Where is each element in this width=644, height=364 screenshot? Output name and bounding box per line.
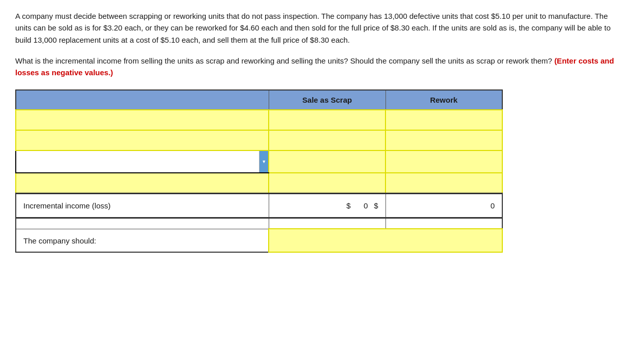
row2-label (16, 130, 269, 150)
sep-col1 (16, 218, 269, 229)
should-answer-cell[interactable] (269, 229, 502, 252)
table-row (16, 110, 502, 130)
scrap-value: 0 (352, 201, 368, 210)
row2-label-input[interactable] (20, 133, 264, 148)
rework-value: 0 (479, 201, 495, 210)
income-rework-cell: 0 (385, 193, 502, 218)
sep-col3 (385, 218, 502, 229)
header-col3: Rework (385, 90, 502, 110)
row1-label-input[interactable] (20, 112, 264, 128)
header-col2: Sale as Scrap (269, 90, 385, 110)
company-should-row: The company should: (16, 229, 502, 252)
separator-row (16, 218, 502, 229)
dropdown-arrow-icon[interactable] (259, 151, 268, 172)
row3-label-cell (16, 150, 269, 173)
should-label: The company should: (16, 229, 269, 252)
row3-scrap-input[interactable] (269, 153, 385, 170)
row2-rework (385, 130, 502, 150)
income-row: Incremental income (loss) $ 0 $ 0 (16, 193, 502, 218)
row1-rework-input[interactable] (390, 112, 498, 128)
rework-dollar: $ (374, 201, 378, 210)
income-scrap-cell: $ 0 $ (269, 193, 385, 218)
table-container: Sale as Scrap Rework (15, 89, 503, 253)
table-row (16, 130, 502, 150)
row4-label-input[interactable] (20, 175, 264, 191)
header-col1 (16, 90, 269, 110)
row4-scrap-input[interactable] (273, 175, 381, 191)
table-row (16, 150, 502, 173)
income-label: Incremental income (loss) (16, 193, 269, 218)
sep-col2 (269, 218, 385, 229)
question-part1: What is the incremental income from sell… (15, 56, 552, 65)
row3-scrap (269, 150, 385, 173)
analysis-table: Sale as Scrap Rework (15, 89, 503, 253)
row4-rework (385, 173, 502, 193)
table-header-row: Sale as Scrap Rework (16, 90, 502, 110)
problem-text: A company must decide between scrapping … (15, 10, 625, 46)
row2-scrap (269, 130, 385, 150)
row1-scrap-input[interactable] (273, 112, 381, 128)
row4-label (16, 173, 269, 193)
table-row (16, 173, 502, 193)
row2-scrap-input[interactable] (273, 133, 381, 148)
problem-paragraph: A company must decide between scrapping … (15, 10, 625, 46)
question-text: What is the incremental income from sell… (15, 55, 625, 79)
row1-scrap (269, 110, 385, 130)
row1-rework (385, 110, 502, 130)
row1-label (16, 110, 269, 130)
row3-rework-input[interactable] (386, 153, 502, 170)
row3-rework (385, 150, 502, 173)
scrap-dollar: $ (346, 201, 350, 210)
row3-label-text (16, 151, 259, 172)
should-answer-input[interactable] (276, 234, 495, 247)
row4-rework-input[interactable] (390, 175, 498, 191)
row2-rework-input[interactable] (390, 133, 498, 148)
row4-scrap (269, 173, 385, 193)
